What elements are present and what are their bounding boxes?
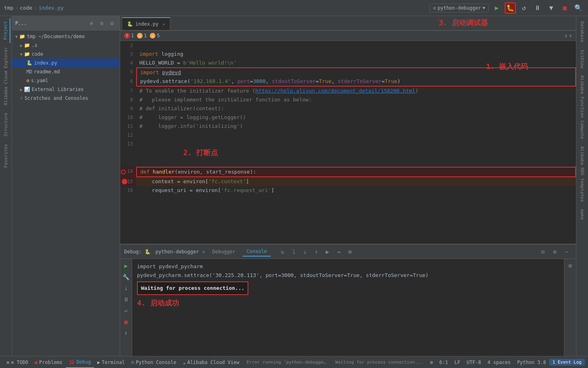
tree-label: readme.md xyxy=(34,69,60,75)
stop-btn[interactable]: ■ xyxy=(121,317,131,327)
tree-item-index-py[interactable]: 🐍 index.py xyxy=(12,59,120,67)
step-over-btn[interactable]: ↓ xyxy=(121,283,131,293)
tab-debugger[interactable]: Debugger xyxy=(208,247,240,256)
dump-btn[interactable]: ⬇ xyxy=(121,328,131,338)
step-back-btn[interactable]: ↩ xyxy=(121,305,131,316)
run-button[interactable]: ▶ xyxy=(491,2,502,14)
debug-content: ▶ 🔧 ↓ ⏸ ↩ ■ ⬇ import pydevd_pycharm pyde… xyxy=(120,259,576,356)
status-line-ending[interactable]: LF xyxy=(451,360,463,365)
code-line-8: 8 # please implement the initializer fun… xyxy=(120,95,576,104)
tree-item-s[interactable]: ▶ 📁 .s xyxy=(12,41,120,50)
status-problems[interactable]: ● Problems xyxy=(32,356,66,368)
status-terminal[interactable]: ▶ Terminal xyxy=(94,356,128,368)
status-right: ⚙ 6:1 LF UTF-8 4 spaces Python 3.8 1 Eve… xyxy=(427,359,585,366)
debug-minimize-btn[interactable]: − xyxy=(562,247,572,257)
sidebar-item-alibaba-ros[interactable]: Alibaba ROS Templates xyxy=(578,143,586,205)
tree-item-syaml[interactable]: ⚙ s.yaml xyxy=(12,76,120,85)
error-message: Error running 'python-debugger': Addres.… xyxy=(242,359,331,365)
debug-toolbar-step-over[interactable]: ⤵ xyxy=(288,247,299,257)
code-line-7: 7 # To enable the initializer feature (h… xyxy=(120,87,576,95)
pause-btn[interactable]: ⏸ xyxy=(121,294,131,305)
error-count[interactable]: ! 1 xyxy=(124,33,134,38)
sidebar-item-cloud-explorer[interactable]: Alibaba Cloud Explorer xyxy=(2,44,10,109)
nav-up[interactable]: ∧ xyxy=(565,33,568,38)
expand-arrow: ▼ xyxy=(20,52,22,57)
folder-icon: 📁 xyxy=(24,51,30,57)
scratch-icon: ⚡ xyxy=(20,95,23,101)
rerun-button[interactable]: ↺ xyxy=(518,2,530,14)
error-number: 1 xyxy=(131,33,134,38)
breadcrumb: tmp › code › index.py xyxy=(4,5,64,11)
debug-toolbar-run-to-cursor[interactable]: ⇥ xyxy=(333,247,344,257)
debug-settings-btn[interactable]: ⚙ xyxy=(550,247,560,257)
status-todo[interactable]: ≡ ≡ TODO xyxy=(3,356,32,368)
status-icon-gear[interactable]: ⚙ xyxy=(427,360,436,365)
py-icon: 🐍 xyxy=(26,60,32,66)
debug-toolbar-step-out[interactable]: ↑ xyxy=(311,247,321,257)
sidebar-item-database[interactable]: Database xyxy=(578,18,586,46)
status-encoding[interactable]: UTF-8 xyxy=(463,360,484,365)
warning-dot: ⚠ xyxy=(137,33,143,38)
expand-arrow: ▶ xyxy=(20,43,22,48)
panel-title: P... xyxy=(15,20,27,26)
debug-toolbar-resume[interactable]: ▶ xyxy=(322,247,332,257)
restore-layout-btn[interactable]: ⊟ xyxy=(538,247,548,257)
sidebar-item-structure[interactable]: Structure xyxy=(2,109,10,140)
tree-item-readme[interactable]: MD readme.md xyxy=(12,67,120,76)
tree-item-external-libs[interactable]: ▶ 📊 External Libraries xyxy=(12,85,120,94)
sync-icon[interactable]: ⊕ xyxy=(87,19,96,28)
tree-label: .s xyxy=(32,42,37,48)
event-log[interactable]: 1 Event Log xyxy=(549,359,585,366)
breadcrumb-file[interactable]: index.py xyxy=(38,5,64,11)
code-line-5: 5 import pydevd xyxy=(120,67,576,77)
code-area[interactable]: 2 3 import logging 4 HELLO_WORLD = b'Hel… xyxy=(120,41,576,195)
tab-label: index.py xyxy=(135,21,159,27)
code-content: # logger.info('initializing') xyxy=(136,122,576,131)
tab-close-icon[interactable]: ✕ xyxy=(163,22,165,26)
tree-item-scratches[interactable]: ⚡ Scratches and Consoles xyxy=(12,94,120,103)
stop-button[interactable]: ■ xyxy=(559,2,570,14)
debug-config[interactable]: ⚙ python-debugger ▼ xyxy=(429,4,489,12)
warning-count-1[interactable]: ⚠ 1 xyxy=(137,33,147,38)
folder-icon: 📁 xyxy=(24,42,30,48)
python-console-icon: ⊡ xyxy=(131,360,134,365)
tree-item-tmp[interactable]: ▼ 📁 tmp ~/Documents/demo xyxy=(12,32,120,41)
sidebar-item-alibaba-function[interactable]: Alibaba Function Compute xyxy=(578,72,586,142)
tree-item-code[interactable]: ▼ 📁 code xyxy=(12,50,120,59)
debug-toolbar-table[interactable]: ⊞ xyxy=(344,247,355,257)
debug-toolbar-step-into[interactable]: ↓ xyxy=(300,247,310,257)
collapse-icon[interactable]: ≡ xyxy=(97,19,106,28)
status-debug[interactable]: 🐞 Debug xyxy=(66,356,94,368)
warning-count-2[interactable]: ⚠ 5 xyxy=(150,33,159,38)
line-number: 12 xyxy=(120,131,136,140)
search-button[interactable]: 🔍 xyxy=(573,2,584,14)
pause-button[interactable]: ⏸ xyxy=(532,2,543,14)
debug-close-icon[interactable]: ✕ xyxy=(202,249,205,255)
status-indent[interactable]: 4 spaces xyxy=(484,360,514,365)
resume-btn[interactable]: ▶ xyxy=(121,261,131,271)
code-line-15: 15 context = environ['fc.context'] xyxy=(120,177,576,186)
sidebar-item-project[interactable]: Project xyxy=(1,18,10,43)
more-button[interactable]: ▼ xyxy=(546,2,557,14)
sidebar-item-sciview[interactable]: SciView xyxy=(578,47,586,71)
sidebar-item-favorites[interactable]: Favorites xyxy=(2,141,10,171)
status-alibaba-cloud[interactable]: ☁ Alibaba Cloud View xyxy=(179,356,242,368)
layout-btn[interactable]: ⊞ xyxy=(565,261,576,271)
nav-down[interactable]: ∨ xyxy=(569,33,572,38)
status-position[interactable]: 6:1 xyxy=(436,360,451,365)
line-number: 2 xyxy=(120,41,136,50)
debug-button[interactable]: 🐛 xyxy=(505,2,516,14)
debug-toolbar-rerun[interactable]: ↻ xyxy=(277,247,288,257)
tab-index-py[interactable]: 🐍 index.py ✕ xyxy=(122,17,170,30)
terminal-icon: ▶ xyxy=(97,360,100,365)
breadcrumb-code[interactable]: code xyxy=(20,5,32,11)
line-number: 4 xyxy=(120,59,136,67)
sidebar-item-make[interactable]: make xyxy=(578,206,586,223)
status-python-console[interactable]: ⊡ Python Console xyxy=(128,356,179,368)
tab-console[interactable]: Console xyxy=(243,247,271,257)
wrench-btn[interactable]: 🔧 xyxy=(121,272,131,282)
status-language[interactable]: Python 3.8 xyxy=(514,360,549,365)
settings-icon[interactable]: ⚙ xyxy=(108,19,117,28)
code-line-4: 4 HELLO_WORLD = b'Hello world!\n' xyxy=(120,59,576,67)
breadcrumb-tmp[interactable]: tmp xyxy=(4,5,13,11)
